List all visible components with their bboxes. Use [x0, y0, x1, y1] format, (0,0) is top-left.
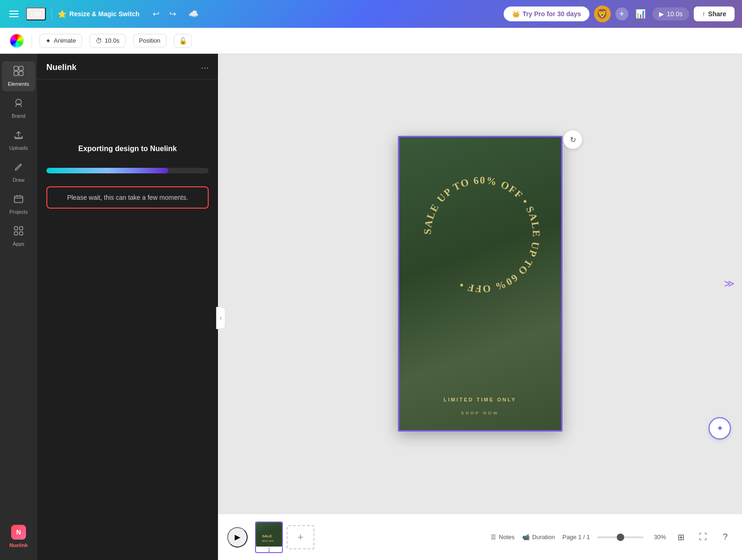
animate-button[interactable]: ✦ Animate: [39, 34, 82, 48]
preview-play-button[interactable]: ▶ 10.0s: [652, 7, 689, 20]
crown-icon: 👑: [512, 10, 520, 18]
curved-text-svg: SALE UP TO 60% OFF • SALE UP TO 60% OFF …: [412, 165, 551, 304]
zoom-slider[interactable]: [597, 536, 644, 538]
canvas-refresh-button[interactable]: ↻: [563, 130, 582, 149]
magic-corner-button[interactable]: ✦: [709, 417, 731, 439]
sidebar-item-apps[interactable]: Apps: [2, 221, 35, 251]
play-control-button[interactable]: ▶: [227, 527, 248, 547]
svg-rect-1: [19, 66, 23, 70]
left-sidebar: Elements Brand Uploads: [0, 54, 37, 560]
zoom-percentage: 30%: [647, 534, 666, 541]
duration-button[interactable]: 📹 Duration: [522, 534, 555, 541]
limited-time-text: LIMITED TIME ONLY: [399, 397, 561, 402]
apps-icon: [13, 226, 24, 238]
expand-arrow-icon: ≫: [724, 278, 735, 290]
svg-rect-8: [14, 232, 18, 235]
panel-header: Nuelink ···: [37, 54, 218, 80]
panel-hide-button[interactable]: ‹: [216, 307, 225, 329]
svg-rect-7: [19, 227, 23, 230]
elements-icon: [13, 66, 24, 78]
sidebar-item-uploads[interactable]: Uploads: [2, 125, 35, 155]
help-button[interactable]: ?: [718, 530, 733, 545]
panel-title: Nuelink: [46, 63, 77, 72]
slide-thumbnail-1[interactable]: SALE 60% OFF 1: [255, 522, 283, 553]
fullscreen-button[interactable]: ⛶: [696, 530, 710, 545]
user-avatar[interactable]: 🦁: [594, 6, 611, 22]
progress-bar-fill: [46, 168, 168, 173]
canvas-workspace[interactable]: SALE UP TO 60% OFF • SALE UP TO 60% OFF …: [218, 54, 742, 514]
panel-body: Exporting design to Nuelink Please wait,…: [37, 80, 218, 560]
grid-view-button[interactable]: ⊞: [673, 530, 688, 545]
svg-rect-0: [14, 66, 18, 70]
play-icon: ▶: [659, 10, 664, 18]
brand-icon: [13, 98, 24, 110]
design-canvas[interactable]: SALE UP TO 60% OFF • SALE UP TO 60% OFF …: [398, 136, 563, 432]
uploads-icon: [13, 130, 24, 142]
secondary-toolbar: ✦ Animate ⏱ 10.0s Position 🔓: [0, 28, 742, 54]
animate-icon: ✦: [45, 37, 51, 45]
notes-icon: ☰: [491, 534, 496, 541]
sidebar-item-brand[interactable]: Brand: [2, 93, 35, 123]
topbar: File ⭐ Resize & Magic Switch ↩ ↪ ☁️ 👑 Tr…: [0, 0, 742, 28]
main-layout: Elements Brand Uploads: [0, 54, 742, 560]
redo-button[interactable]: ↪: [166, 6, 180, 21]
nuelink-icon: N: [11, 525, 26, 540]
sidebar-item-elements[interactable]: Elements: [2, 61, 35, 91]
panel-more-button[interactable]: ···: [201, 62, 209, 73]
slide-thumbnail-preview: SALE 60% OFF: [256, 522, 282, 547]
duration-icon: 📹: [522, 534, 530, 541]
share-icon: ↑: [702, 10, 705, 18]
add-slide-button[interactable]: +: [287, 525, 314, 549]
undo-button[interactable]: ↩: [149, 6, 164, 21]
exporting-title: Exporting design to Nuelink: [46, 145, 209, 153]
sidebar-item-nuelink[interactable]: N Nuelink: [2, 520, 35, 553]
analytics-button[interactable]: 📊: [633, 6, 648, 21]
sidebar-item-projects[interactable]: Projects: [2, 189, 35, 219]
progress-bar-container: [46, 168, 209, 173]
add-collaborator-button[interactable]: +: [615, 7, 628, 20]
sidebar-item-draw[interactable]: Draw: [2, 157, 35, 187]
svg-text:SALE UP TO 60% OFF • SALE UP T: SALE UP TO 60% OFF • SALE UP TO 60% OFF …: [421, 174, 542, 295]
divider: [32, 34, 32, 47]
shop-now-text: SHOP NOW: [399, 411, 561, 415]
projects-icon: [13, 194, 24, 206]
svg-text:60% OFF: 60% OFF: [262, 540, 274, 542]
svg-rect-3: [19, 71, 23, 76]
canvas-area: SALE UP TO 60% OFF • SALE UP TO 60% OFF …: [218, 54, 742, 560]
magic-switch-label: ⭐ Resize & Magic Switch: [58, 10, 140, 19]
duration-button[interactable]: ⏱ 10.0s: [90, 34, 126, 48]
color-wheel[interactable]: [9, 33, 24, 48]
canvas-background: SALE UP TO 60% OFF • SALE UP TO 60% OFF …: [399, 137, 561, 430]
slide-number-1: 1: [256, 547, 282, 553]
topbar-left: File ⭐ Resize & Magic Switch ↩ ↪ ☁️: [7, 6, 498, 21]
page-info: Page 1 / 1: [563, 534, 590, 541]
bottom-right-controls: ☰ Notes 📹 Duration Page 1 / 1 30% ⊞ ⛶ ?: [491, 530, 733, 545]
cloud-save-button[interactable]: ☁️: [186, 6, 201, 21]
try-pro-button[interactable]: 👑 Try Pro for 30 days: [504, 6, 589, 21]
svg-rect-2: [14, 71, 18, 76]
topbar-right: 👑 Try Pro for 30 days 🦁 + 📊 ▶ 10.0s ↑ Sh…: [504, 6, 735, 22]
lock-icon: 🔓: [179, 37, 187, 45]
share-button[interactable]: ↑ Share: [694, 6, 735, 21]
file-button[interactable]: File: [26, 7, 46, 20]
bottom-toolbar: ▶ SALE 60% OFF 1 + ☰ Notes: [218, 514, 742, 560]
divider: [51, 8, 52, 19]
clock-icon: ⏱: [96, 37, 102, 45]
notes-button[interactable]: ☰ Notes: [491, 534, 515, 541]
position-button[interactable]: Position: [133, 34, 166, 47]
svg-text:SALE: SALE: [262, 534, 272, 538]
svg-rect-9: [19, 232, 23, 235]
draw-icon: [13, 162, 24, 174]
menu-icon[interactable]: [7, 9, 20, 19]
slide-thumbnails: SALE 60% OFF 1 +: [255, 522, 314, 553]
svg-rect-6: [14, 227, 18, 230]
svg-rect-5: [14, 196, 23, 203]
wait-message: Please wait, this can take a few moments…: [46, 186, 209, 209]
magic-emoji: ⭐: [58, 10, 67, 19]
nuelink-panel: Nuelink ··· Exporting design to Nuelink …: [37, 54, 218, 560]
lock-button[interactable]: 🔓: [174, 34, 192, 48]
zoom-thumb: [617, 534, 624, 541]
zoom-slider-area: 30%: [597, 534, 666, 541]
